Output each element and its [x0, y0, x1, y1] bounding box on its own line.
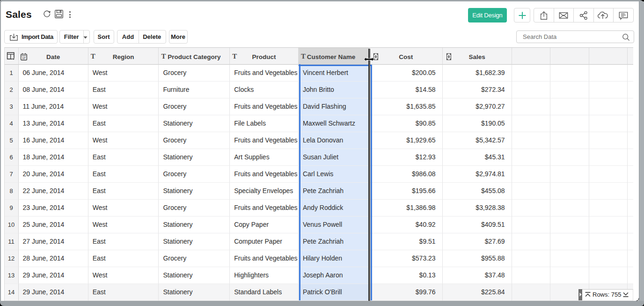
svg-text:17: 17: [22, 56, 25, 60]
